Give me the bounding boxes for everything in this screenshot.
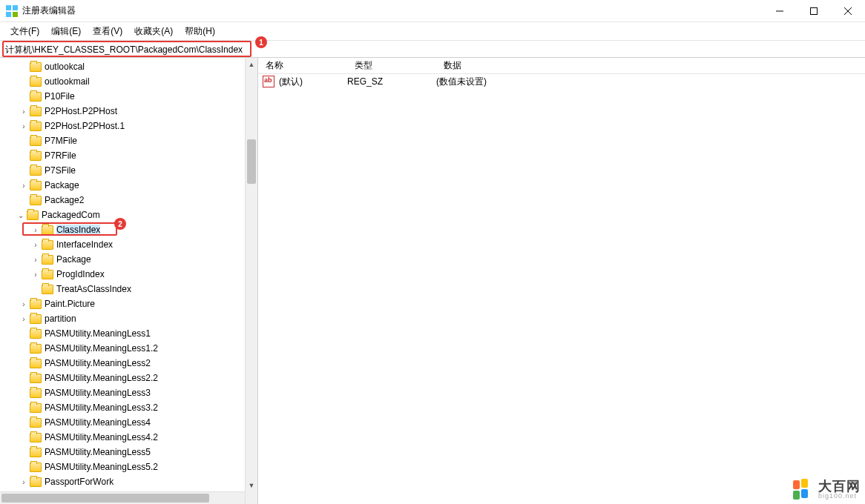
registry-tree[interactable]: outlookcaloutlookmailP10File›P2PHost.P2P… [0,58,257,489]
tree-item[interactable]: PASMUtility.MeaningLess1.2 [0,341,257,356]
tree-horizontal-scrollbar[interactable] [0,491,245,504]
tree-item-label: PASMUtility.MeaningLess4 [45,417,151,428]
folder-icon [30,477,42,487]
tree-item[interactable]: ›ClassIndex [0,222,257,237]
tree-item[interactable]: ›P2PHost.P2PHost.1 [0,119,257,133]
main-split: outlookcaloutlookmailP10File›P2PHost.P2P… [0,58,865,504]
expand-icon[interactable]: › [19,315,28,323]
collapse-icon[interactable]: ⌄ [16,211,25,219]
tree-item[interactable]: PASMUtility.MeaningLess4.2 [0,430,257,445]
tree-item[interactable]: outlookmail [0,74,257,89]
folder-icon [30,388,42,398]
tree-vertical-scrollbar[interactable]: ▲ ▼ [245,58,257,504]
svg-rect-1 [811,7,818,14]
value-name: (默认) [279,76,347,88]
tree-item[interactable]: P7MFile [0,133,257,148]
tree-item-label: PASMUtility.MeaningLess1.2 [45,343,158,354]
scrollbar-thumb[interactable] [247,139,256,184]
column-data[interactable]: 数据 [436,59,865,72]
app-icon [6,5,18,17]
tree-item-label: PASMUtility.MeaningLess5.2 [45,462,158,472]
watermark-brand: 大百网 [818,480,861,493]
folder-icon [30,314,42,324]
scroll-down-arrow-icon[interactable]: ▼ [246,479,257,491]
tree-item-label: P10File [45,91,75,102]
tree-item[interactable]: Package2 [0,193,257,208]
tree-item-label: PassportForWork [45,477,114,487]
window-title: 注册表编辑器 [22,4,76,17]
expand-icon[interactable]: › [31,226,40,234]
tree-item[interactable]: ›P2PHost.P2PHost [0,104,257,119]
address-bar: 1 [0,40,865,58]
tree-item-label: Package [56,254,91,265]
maximize-button[interactable] [797,0,831,22]
tree-item-label: PASMUtility.MeaningLess5 [45,447,151,457]
tree-item[interactable]: PASMUtility.MeaningLess5 [0,445,257,460]
menu-favorites[interactable]: 收藏夹(A) [128,24,179,39]
folder-icon [42,285,53,294]
tree-item[interactable]: TreatAsClassIndex [0,282,257,296]
folder-icon [30,403,42,413]
tree-item[interactable]: PASMUtility.MeaningLess2.2 [0,371,257,385]
values-list[interactable]: (默认)REG_SZ(数值未设置) [258,74,865,89]
tree-item[interactable]: PASMUtility.MeaningLess5.2 [0,460,257,474]
close-button[interactable] [831,0,865,22]
tree-item[interactable]: PASMUtility.MeaningLess4 [0,415,257,430]
menu-help[interactable]: 帮助(H) [179,24,221,39]
tree-item[interactable]: P7RFile [0,148,257,163]
address-input[interactable] [2,42,863,57]
menu-file[interactable]: 文件(F) [4,24,45,39]
window-buttons [763,0,865,22]
expand-icon[interactable]: › [31,256,40,264]
menu-edit[interactable]: 编辑(E) [45,24,87,39]
tree-item-label: ProgIdIndex [56,269,105,279]
folder-icon [30,448,42,457]
folder-icon [30,329,42,339]
folder-icon [30,181,42,190]
values-header: 名称 类型 数据 [258,58,865,74]
folder-icon [30,151,42,161]
tree-item-label: PASMUtility.MeaningLess1 [45,328,151,339]
tree-item[interactable]: P7SFile [0,163,257,178]
tree-item[interactable]: ›InterfaceIndex [0,237,257,252]
expand-icon[interactable]: › [19,182,28,190]
expand-icon[interactable]: › [19,478,28,486]
expand-icon[interactable]: › [19,122,28,130]
minimize-button[interactable] [763,0,797,22]
tree-item[interactable]: ›PassportForWork [0,474,257,489]
tree-item[interactable]: ›partition [0,311,257,326]
expand-icon[interactable]: › [31,271,40,279]
tree-item-label: P7MFile [45,136,77,146]
folder-icon [27,210,39,220]
expand-icon[interactable]: › [19,107,28,116]
folder-icon [30,77,42,87]
tree-item[interactable]: PASMUtility.MeaningLess1 [0,326,257,341]
tree-item[interactable]: P10File [0,89,257,104]
watermark-logo-icon [793,479,814,500]
expand-icon[interactable]: › [19,300,28,308]
tree-item[interactable]: PASMUtility.MeaningLess3.2 [0,400,257,415]
tree-item[interactable]: PASMUtility.MeaningLess3 [0,385,257,400]
column-name[interactable]: 名称 [258,59,347,72]
column-type[interactable]: 类型 [347,59,436,72]
tree-item-label: PASMUtility.MeaningLess3 [45,388,151,398]
tree-item[interactable]: outlookcal [0,59,257,74]
tree-item[interactable]: PASMUtility.MeaningLess2 [0,356,257,371]
tree-item[interactable]: ⌄PackagedCom [0,208,257,222]
value-type: REG_SZ [347,76,436,87]
tree-item-label: Package [45,180,79,190]
tree-item[interactable]: ›Paint.Picture [0,296,257,311]
value-row[interactable]: (默认)REG_SZ(数值未设置) [258,74,865,89]
tree-item[interactable]: ›Package [0,178,257,193]
expand-icon[interactable]: › [31,241,40,249]
minimize-icon [776,7,783,15]
scrollbar-thumb[interactable] [1,494,209,503]
menu-view[interactable]: 查看(V) [87,24,128,39]
scroll-up-arrow-icon[interactable]: ▲ [246,58,257,70]
folder-icon [42,270,53,279]
tree-item-label: InterfaceIndex [56,239,113,250]
folder-icon [30,166,42,176]
tree-item[interactable]: ›Package [0,252,257,267]
folder-icon [30,374,42,383]
tree-item[interactable]: ›ProgIdIndex [0,267,257,282]
